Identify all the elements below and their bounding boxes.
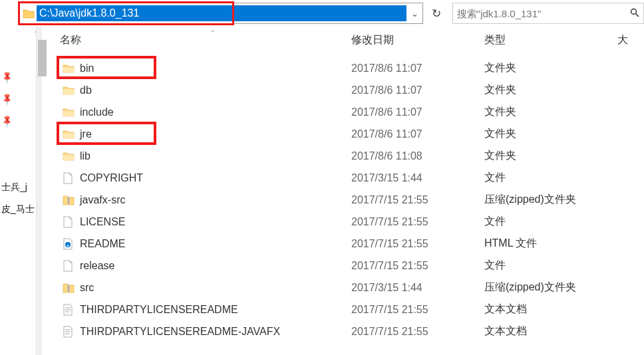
search-input[interactable] [457,8,630,19]
file-type: 压缩(zipped)文件夹 [484,281,617,295]
file-row[interactable]: COPYRIGHT2017/3/15 1:44文件 [59,167,644,189]
pin-icon: 📌 [0,114,14,129]
column-header-name[interactable]: 名称 [59,33,351,47]
quick-access-item[interactable]: 📌 [0,88,36,110]
file-row[interactable]: release2017/7/15 21:55文件 [59,255,644,277]
quick-access-item[interactable]: 士兵_j [0,176,36,198]
file-type: 文本文档 [484,302,617,316]
search-icon[interactable] [630,8,639,19]
column-headers: 名称 修改日期 类型 大 [59,27,644,57]
file-name: lib [80,150,351,162]
folder-icon [59,64,80,73]
top-toolbar: C:\Java\jdk1.8.0_131 ⌄ ↻ [0,0,644,27]
file-row[interactable]: db2017/8/6 11:07文件夹 [59,79,644,101]
refresh-button[interactable]: ↻ [427,3,446,24]
file-type: 文件夹 [484,61,617,75]
pin-icon: 📌 [0,92,14,107]
folder-icon [59,86,80,95]
file-name: src [80,282,351,294]
file-type: 文本文档 [484,324,617,338]
file-date: 2017/7/15 21:55 [351,238,484,250]
file-type: 文件夹 [484,149,617,163]
file-row[interactable]: eREADME2017/7/15 21:55HTML 文件 [59,233,644,255]
quick-access-item[interactable] [0,132,36,154]
file-date: 2017/7/15 21:55 [351,326,484,338]
text-icon [59,304,80,316]
file-type: 文件 [484,215,617,229]
file-date: 2017/7/15 21:55 [351,216,484,228]
navigation-pane: ⌃ 📌📌📌士兵_j皮_马士 [0,27,36,355]
file-name: jre [80,128,351,140]
file-date: 2017/8/6 11:07 [351,84,484,96]
pin-icon: 📌 [0,70,14,85]
html-icon: e [59,238,80,250]
svg-text:e: e [67,243,69,247]
file-date: 2017/7/15 21:55 [351,260,484,272]
file-name: include [80,106,351,118]
file-row[interactable]: THIRDPARTYLICENSEREADME-JAVAFX2017/7/15 … [59,320,644,342]
file-name: javafx-src [80,194,351,206]
file-date: 2017/3/15 1:44 [351,172,484,184]
file-name: LICENSE [80,216,351,228]
quick-access-item[interactable]: 📌 [0,66,36,88]
file-name: THIRDPARTYLICENSEREADME-JAVAFX [80,326,351,338]
folder-icon [59,108,80,117]
address-path[interactable]: C:\Java\jdk1.8.0_131 [37,5,406,21]
file-row[interactable]: jre2017/8/6 11:07文件夹 [59,123,644,145]
folder-icon [22,7,35,20]
zip-icon [59,195,80,205]
file-icon [59,260,80,272]
folder-icon [59,130,80,139]
column-header-size[interactable]: 大 [617,33,644,47]
column-header-type[interactable]: 类型 [484,33,617,47]
file-type: HTML 文件 [484,237,617,251]
file-date: 2017/8/6 11:07 [351,128,484,140]
file-name: bin [80,62,351,74]
file-type: 压缩(zipped)文件夹 [484,193,617,207]
zip-icon [59,283,80,293]
quick-access-label: 士兵_j [1,181,27,193]
address-dropdown-icon[interactable]: ⌄ [406,9,422,19]
quick-access-item[interactable]: 📌 [0,110,36,132]
file-name: README [80,238,351,250]
file-name: release [80,260,351,272]
file-row[interactable]: bin2017/8/6 11:07文件夹 [59,57,644,79]
file-date: 2017/3/15 1:44 [351,282,484,294]
quick-access-item[interactable] [0,220,36,242]
quick-access-item[interactable] [0,154,36,176]
file-date: 2017/7/15 21:55 [351,304,484,316]
file-icon [59,216,80,228]
address-bar[interactable]: C:\Java\jdk1.8.0_131 ⌄ [19,3,423,24]
file-row[interactable]: LICENSE2017/7/15 21:55文件 [59,211,644,233]
file-type: 文件 [484,171,617,185]
nav-scrollbar[interactable] [36,27,42,355]
sort-indicator-icon: ⌃ [210,29,216,36]
file-name: COPYRIGHT [80,172,351,184]
file-date: 2017/8/6 11:07 [351,106,484,118]
file-row[interactable]: THIRDPARTYLICENSEREADME2017/7/15 21:55文本… [59,298,644,320]
svg-point-0 [631,9,637,14]
file-name: THIRDPARTYLICENSEREADME [80,304,351,316]
file-icon [59,172,80,184]
folder-icon [59,152,80,161]
file-date: 2017/8/6 11:08 [351,150,484,162]
file-row[interactable]: javafx-src2017/7/15 21:55压缩(zipped)文件夹 [59,189,644,211]
quick-access-item[interactable]: 皮_马士 [0,198,36,220]
scrollbar-thumb[interactable] [38,40,47,76]
file-date: 2017/7/15 21:55 [351,194,484,206]
svg-line-1 [636,13,639,17]
file-type: 文件夹 [484,83,617,97]
file-list-panel: ⌃ 名称 修改日期 类型 大 bin2017/8/6 11:07文件夹db201… [42,27,644,355]
file-type: 文件 [484,259,617,273]
file-date: 2017/8/6 11:07 [351,62,484,74]
text-icon [59,326,80,338]
column-header-date[interactable]: 修改日期 [351,33,484,47]
file-type: 文件夹 [484,127,617,141]
file-row[interactable]: include2017/8/6 11:07文件夹 [59,101,644,123]
file-name: db [80,84,351,96]
file-row[interactable]: src2017/3/15 1:44压缩(zipped)文件夹 [59,277,644,298]
content-area: ⌃ 📌📌📌士兵_j皮_马士 ⌃ 名称 修改日期 类型 大 bin2017/8/6… [0,27,644,355]
file-row[interactable]: lib2017/8/6 11:08文件夹 [59,145,644,167]
quick-access-label: 皮_马士 [1,203,35,215]
search-box[interactable] [452,3,644,24]
